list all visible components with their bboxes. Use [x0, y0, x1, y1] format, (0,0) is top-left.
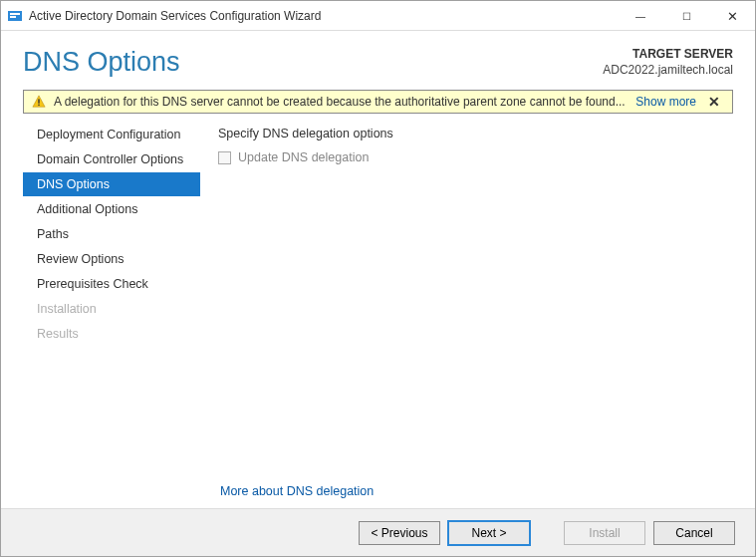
section-label: Specify DNS delegation options: [218, 127, 733, 140]
main-panel: Specify DNS delegation options Update DN…: [200, 122, 733, 508]
sidebar-item-additional-options[interactable]: Additional Options: [23, 197, 200, 221]
update-dns-label: Update DNS delegation: [238, 150, 369, 164]
wizard-window: Active Directory Domain Services Configu…: [0, 0, 756, 557]
close-button[interactable]: ✕: [709, 1, 755, 31]
body-area: Deployment Configuration Domain Controll…: [1, 122, 755, 508]
main-content: Specify DNS delegation options Update DN…: [218, 124, 733, 484]
svg-rect-1: [10, 13, 20, 15]
previous-button[interactable]: < Previous: [359, 521, 440, 545]
target-label: TARGET SERVER: [603, 47, 733, 63]
warning-icon: [32, 95, 46, 109]
sidebar-item-installation: Installation: [23, 297, 200, 321]
header-row: DNS Options TARGET SERVER ADC2022.jamilt…: [1, 31, 755, 88]
svg-rect-5: [38, 105, 39, 106]
warning-text: A delegation for this DNS server cannot …: [54, 95, 628, 109]
footer: < Previous Next > Install Cancel: [1, 508, 755, 556]
update-dns-row: Update DNS delegation: [218, 150, 733, 164]
update-dns-checkbox[interactable]: [218, 151, 231, 164]
sidebar-item-review-options[interactable]: Review Options: [23, 247, 200, 271]
page-heading: DNS Options: [23, 47, 180, 78]
warning-show-more-link[interactable]: Show more: [635, 95, 696, 109]
more-about-link[interactable]: More about DNS delegation: [220, 484, 733, 498]
titlebar: Active Directory Domain Services Configu…: [1, 1, 755, 31]
target-info: TARGET SERVER ADC2022.jamiltech.local: [603, 47, 733, 78]
install-button: Install: [564, 521, 645, 545]
cancel-button[interactable]: Cancel: [653, 521, 735, 545]
warning-close-button[interactable]: ✕: [704, 95, 724, 109]
warning-bar: A delegation for this DNS server cannot …: [23, 90, 733, 114]
maximize-button[interactable]: ☐: [663, 1, 709, 31]
sidebar-item-results: Results: [23, 322, 200, 346]
next-button[interactable]: Next >: [448, 521, 530, 545]
sidebar-item-prerequisites-check[interactable]: Prerequisites Check: [23, 272, 200, 296]
target-server: ADC2022.jamiltech.local: [603, 63, 733, 79]
svg-rect-4: [38, 100, 39, 104]
sidebar-item-domain-controller-options[interactable]: Domain Controller Options: [23, 147, 200, 171]
sidebar: Deployment Configuration Domain Controll…: [1, 122, 200, 508]
window-title: Active Directory Domain Services Configu…: [29, 9, 618, 23]
sidebar-item-dns-options[interactable]: DNS Options: [23, 172, 200, 196]
svg-rect-2: [10, 16, 16, 18]
app-icon: [7, 8, 23, 24]
window-controls: — ☐ ✕: [618, 1, 755, 30]
sidebar-item-deployment-configuration[interactable]: Deployment Configuration: [23, 123, 200, 146]
sidebar-item-paths[interactable]: Paths: [23, 222, 200, 246]
minimize-button[interactable]: —: [618, 1, 663, 31]
